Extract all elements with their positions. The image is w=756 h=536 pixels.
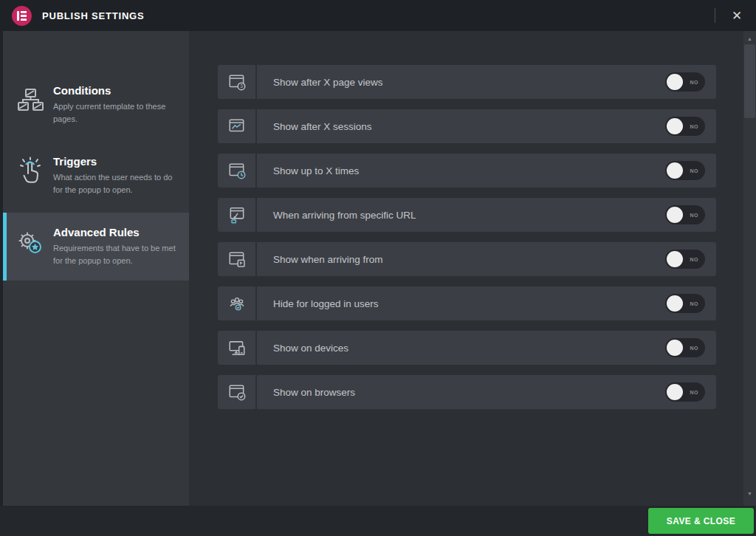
toggle-knob — [667, 207, 683, 223]
times-icon — [218, 154, 257, 188]
browsers-icon — [218, 375, 257, 409]
sidebar-item-description: What action the user needs to do for the… — [53, 171, 180, 196]
devices-icon — [218, 331, 257, 365]
rule-label: Show on browsers — [273, 387, 665, 398]
topbar-divider — [715, 8, 715, 23]
scrollbar-thumb[interactable] — [744, 44, 755, 118]
sidebar-item-triggers[interactable]: Triggers What action the user needs to d… — [3, 145, 189, 207]
elementor-logo-icon — [12, 6, 32, 26]
scroll-up-arrow[interactable]: ▲ — [743, 33, 756, 44]
rule-toggle[interactable]: NO — [665, 338, 705, 357]
rule-row-show-when-arriving-from[interactable]: Show when arriving from NO — [218, 242, 716, 276]
rule-row-show-after-x-sessions[interactable]: Show after X sessions NO — [218, 109, 716, 143]
rule-label: Show after X page views — [273, 77, 665, 88]
toggle-knob — [667, 384, 683, 400]
scroll-down-arrow[interactable]: ▼ — [743, 488, 756, 498]
rule-label: Show on devices — [273, 343, 665, 354]
sidebar-item-description: Apply current template to these pages. — [53, 100, 180, 126]
toggle-state-label: NO — [690, 124, 699, 129]
toggle-state-label: NO — [690, 257, 699, 262]
title-bar: PUBLISH SETTINGS ✕ — [0, 0, 756, 31]
rule-row-show-on-devices[interactable]: Show on devices NO — [218, 331, 716, 365]
rule-row-show-after-x-page-views[interactable]: 3 Show after X page views NO — [218, 65, 716, 99]
vertical-scrollbar[interactable]: ▲ ▼ — [743, 31, 756, 506]
rule-toggle[interactable]: NO — [665, 250, 705, 269]
dialog-title: PUBLISH SETTINGS — [42, 10, 144, 21]
advanced-rules-panel: 3 Show after X page views NO Show after … — [189, 31, 743, 506]
toggle-knob — [667, 340, 683, 356]
toggle-knob — [667, 251, 683, 267]
toggle-knob — [667, 118, 683, 134]
rule-label: Show when arriving from — [273, 254, 665, 265]
rule-toggle[interactable]: NO — [665, 382, 705, 402]
sidebar-item-advanced-rules[interactable]: Advanced Rules Requirements that have to… — [3, 213, 189, 281]
rule-row-hide-for-logged-in-users[interactable]: Hide for logged in users NO — [218, 286, 716, 320]
toggle-state-label: NO — [690, 390, 699, 395]
triggers-icon — [13, 157, 47, 186]
sidebar-item-title: Conditions — [53, 84, 180, 97]
rule-row-show-on-browsers[interactable]: Show on browsers NO — [218, 375, 716, 409]
rule-toggle[interactable]: NO — [665, 161, 705, 180]
settings-sidebar: Conditions Apply current template to the… — [3, 31, 189, 506]
rule-toggle[interactable]: NO — [665, 205, 705, 224]
rule-label: Show up to X times — [273, 165, 665, 176]
toggle-knob — [667, 162, 683, 179]
sidebar-item-description: Requirements that have to be met for the… — [53, 242, 180, 267]
rule-toggle[interactable]: NO — [665, 117, 705, 136]
toggle-knob — [667, 74, 683, 90]
close-icon[interactable]: ✕ — [728, 7, 746, 24]
logged-in-users-icon — [218, 286, 257, 320]
toggle-state-label: NO — [690, 80, 699, 85]
rule-row-show-up-to-x-times[interactable]: Show up to X times NO — [218, 154, 716, 188]
toggle-state-label: NO — [690, 213, 699, 218]
rule-toggle[interactable]: NO — [665, 294, 705, 313]
toggle-state-label: NO — [690, 168, 699, 173]
sidebar-item-conditions[interactable]: Conditions Apply current template to the… — [3, 74, 189, 136]
rule-label: Hide for logged in users — [273, 298, 665, 309]
svg-text:3: 3 — [240, 83, 243, 89]
sessions-icon — [218, 109, 257, 143]
rule-label: Show after X sessions — [273, 121, 665, 132]
conditions-icon — [13, 86, 47, 115]
page-views-icon: 3 — [218, 65, 257, 99]
save-and-close-button[interactable]: SAVE & CLOSE — [648, 508, 754, 534]
dialog-body: Conditions Apply current template to the… — [0, 31, 756, 506]
sidebar-item-title: Advanced Rules — [53, 226, 180, 238]
rule-toggle[interactable]: NO — [665, 72, 705, 92]
rule-label: When arriving from specific URL — [273, 210, 665, 221]
sidebar-item-title: Triggers — [53, 155, 180, 168]
toggle-state-label: NO — [690, 301, 699, 306]
toggle-state-label: NO — [690, 346, 699, 351]
dialog-footer: SAVE & CLOSE — [0, 506, 756, 536]
advanced-rules-icon — [13, 227, 47, 257]
specific-url-icon — [218, 198, 257, 232]
toggle-knob — [667, 295, 683, 312]
rule-row-when-arriving-from-specific-url[interactable]: When arriving from specific URL NO — [218, 198, 716, 232]
arriving-from-icon — [218, 242, 257, 276]
